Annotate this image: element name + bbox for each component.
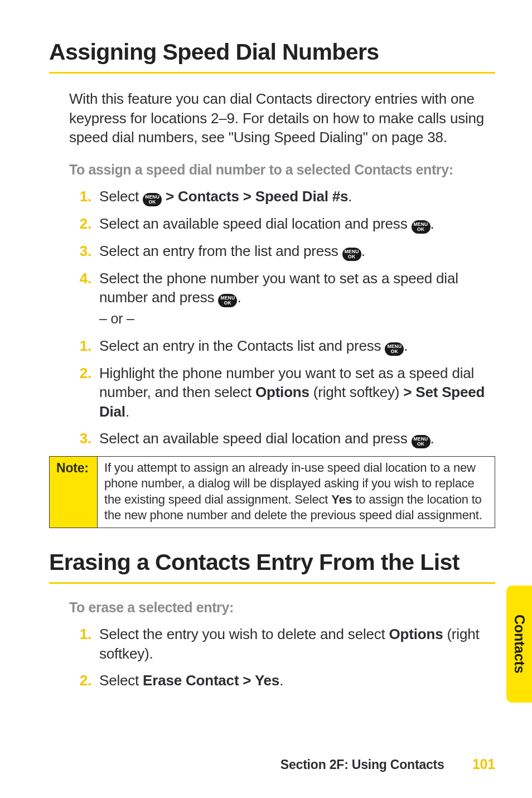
step-a1: 1. Select MENUOK > Contacts > Speed Dial… (93, 187, 490, 206)
menu-ok-icon: MENUOK (342, 248, 361, 261)
step-bold: Erase Contact > Yes (143, 672, 279, 689)
note-bold: Yes (331, 492, 352, 506)
step-text: Select (99, 188, 143, 205)
period: . (404, 337, 408, 354)
heading-erasing-contacts: Erasing a Contacts Entry From the List (49, 549, 495, 584)
step-number: 2. (69, 671, 91, 690)
step-text: Select (99, 672, 143, 689)
step-number: 3. (69, 241, 91, 261)
period: . (431, 430, 434, 447)
step-e2: 2. Select Erase Contact > Yes. (93, 671, 490, 690)
heading-assigning-speed-dial: Assigning Speed Dial Numbers (49, 39, 495, 74)
step-b1: 1. Select an entry in the Contacts list … (93, 336, 490, 356)
page-footer: Section 2F: Using Contacts 101 (280, 756, 495, 772)
subheading-erase: To erase a selected entry: (69, 599, 490, 616)
step-text: Select the phone number you want to set … (99, 270, 458, 306)
steps-list-erase: 1. Select the entry you wish to delete a… (69, 625, 490, 690)
steps-list-b: 1. Select an entry in the Contacts list … (69, 336, 490, 449)
step-number: 1. (69, 336, 91, 356)
step-bold: Options (389, 626, 443, 642)
step-number: 1. (69, 187, 91, 206)
note-body: If you attempt to assign an already in-u… (98, 457, 495, 528)
side-tab-contacts: Contacts (506, 586, 532, 703)
period: . (279, 672, 283, 689)
menu-ok-icon: MENUOK (412, 220, 431, 234)
step-number: 4. (69, 269, 91, 288)
step-number: 3. (69, 429, 91, 448)
steps-list-a: 1. Select MENUOK > Contacts > Speed Dial… (69, 187, 490, 328)
step-number: 2. (69, 364, 91, 383)
period: . (361, 243, 365, 259)
step-number: 2. (69, 214, 91, 234)
step-text: Select an entry from the list and press (99, 243, 342, 259)
intro-paragraph: With this feature you can dial Contacts … (69, 89, 490, 147)
subheading-assign: To assign a speed dial number to a selec… (69, 162, 490, 178)
footer-section-label: Section 2F: Using Contacts (280, 757, 444, 772)
step-text: Select an available speed dial location … (99, 430, 412, 447)
step-e1: 1. Select the entry you wish to delete a… (93, 625, 490, 663)
step-bold: Options (255, 384, 309, 400)
note-label: Note: (50, 457, 98, 528)
step-text: Select an entry in the Contacts list and… (99, 337, 385, 354)
step-b2: 2. Highlight the phone number you want t… (93, 364, 490, 422)
step-text: Select the entry you wish to delete and … (99, 626, 389, 642)
or-divider: – or – (99, 309, 490, 328)
menu-ok-icon: MENUOK (412, 435, 431, 448)
footer-page-number: 101 (472, 756, 495, 772)
menu-ok-icon: MENUOK (385, 342, 404, 356)
step-number: 1. (69, 625, 91, 644)
step-a4: 4. Select the phone number you want to s… (93, 269, 490, 328)
step-bold: > Contacts > Speed Dial #s (162, 188, 348, 205)
period: . (348, 188, 352, 205)
menu-ok-icon: MENUOK (218, 294, 237, 307)
step-a2: 2. Select an available speed dial locati… (93, 214, 490, 234)
period: . (431, 215, 434, 232)
period: . (237, 289, 241, 306)
menu-ok-icon: MENUOK (143, 193, 162, 206)
step-b3: 3. Select an available speed dial locati… (93, 429, 490, 448)
step-text: (right softkey) (309, 384, 404, 400)
period: . (125, 403, 129, 420)
side-tab-label: Contacts (511, 615, 528, 673)
step-text: Select an available speed dial location … (99, 215, 412, 232)
step-a3: 3. Select an entry from the list and pre… (93, 241, 490, 261)
note-box: Note: If you attempt to assign an alread… (49, 456, 495, 528)
